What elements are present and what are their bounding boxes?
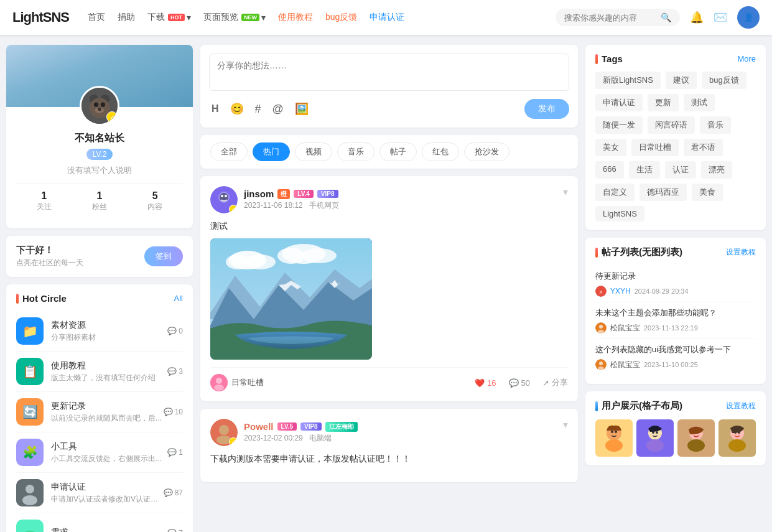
nav-download-label: 下载 (147, 12, 165, 23)
nav-home[interactable]: 首页 (88, 12, 105, 23)
hot-circle-title-text: Hot Circle (22, 293, 67, 304)
nav-tutorial[interactable]: 使用教程 (278, 12, 313, 23)
video-thumb-1: ▶ (210, 238, 372, 360)
comment-button-1[interactable]: 💬 50 (509, 377, 530, 388)
tab-music[interactable]: 音乐 (337, 142, 374, 161)
circle-item-verify[interactable]: 申请认证 申请加V认证或者修改加V认证，... 💬 87 (16, 473, 183, 513)
mention-button[interactable]: @ (270, 101, 286, 117)
posts-list-item-0[interactable]: 待更新记录 X YXYH 2024-09-29 20:34 (595, 266, 756, 302)
circle-item-tutorial[interactable]: 📋 使用教程 版主太懒了，没有填写任何介绍 💬 3 (16, 352, 183, 392)
image-button[interactable]: 🖼️ (292, 101, 311, 117)
profile-banner: ✓ (6, 45, 193, 107)
new-badge: NEW (241, 14, 259, 21)
posts-list-item-1[interactable]: 未来这个主题会添加那些功能呢？ 松鼠宝宝 2023-11-13 22:19 (595, 302, 756, 339)
nav-bug[interactable]: bug反馈 (325, 12, 357, 23)
tag-custom[interactable]: 自定义 (595, 184, 635, 201)
tab-hot[interactable]: 热门 (253, 142, 290, 161)
search-input[interactable] (564, 13, 656, 22)
user-showcase-item-0[interactable] (595, 419, 633, 457)
tag-test[interactable]: 测试 (684, 94, 715, 111)
post-submit-button[interactable]: 发布 (524, 99, 569, 119)
circle-item-tools[interactable]: 🧩 小工具 小工具交流反馈处，右侧展示出... 💬 1 (16, 432, 183, 473)
tag-daily[interactable]: 日常吐槽 (631, 139, 679, 156)
post-video-1[interactable]: ▶ (210, 238, 372, 360)
posts-list-item-2[interactable]: 这个列表隐藏的ui我感觉可以参考一下 松鼠宝宝 2023-11-10 00:25 (595, 339, 756, 375)
tags-more-button[interactable]: More (737, 54, 756, 63)
app-logo[interactable]: LightSNS (12, 9, 69, 26)
bold-button[interactable]: H (209, 102, 221, 116)
post-expand-1[interactable]: ▾ (563, 186, 568, 198)
share-icon-1: ↗ (542, 378, 549, 388)
search-icon[interactable]: 🔍 (661, 12, 671, 22)
posts-list-author-1: 松鼠宝宝 (610, 323, 640, 334)
stat-content[interactable]: 5 内容 (147, 190, 162, 212)
circle-item-needs[interactable]: 需求 💬 7 (16, 513, 183, 532)
nav-donate[interactable]: 捐助 (118, 12, 135, 23)
tag-life[interactable]: 生活 (629, 161, 660, 179)
tag-lightsns[interactable]: LightSNS (595, 206, 644, 222)
comment-icon: 💬 (167, 327, 177, 335)
svg-point-29 (216, 378, 222, 384)
tab-quick[interactable]: 抢沙发 (464, 142, 509, 161)
circle-name-update: 更新记录 (51, 401, 164, 412)
user-avatar-nav[interactable]: 👤 (737, 6, 760, 29)
tag-bug[interactable]: bug反馈 (702, 72, 746, 89)
tab-all[interactable]: 全部 (210, 142, 248, 161)
tag-chatter[interactable]: 闲言碎语 (648, 116, 695, 134)
hot-circle-more[interactable]: All (174, 294, 183, 303)
tab-post[interactable]: 帖子 (379, 142, 417, 161)
stat-fans[interactable]: 1 粉丝 (92, 190, 107, 212)
chevron-down-icon: ▾ (187, 12, 191, 22)
circle-item-update[interactable]: 🔄 更新记录 以前没记录的就随风而去吧，后... 💬 10 (16, 392, 183, 432)
tag-lightsns-new[interactable]: 新版LightSNS (595, 72, 661, 89)
tag-suggest[interactable]: 建议 (666, 72, 697, 89)
tag-verify[interactable]: 认证 (665, 161, 696, 179)
emoji-button[interactable]: 😊 (228, 101, 246, 117)
user-showcase-settings[interactable]: 设置教程 (726, 401, 756, 411)
lv-badge-1: LV.4 (294, 190, 313, 198)
posts-list-settings[interactable]: 设置教程 (726, 247, 756, 258)
user-showcase-item-1[interactable] (636, 419, 674, 457)
user-showcase-item-3[interactable] (719, 419, 756, 457)
chevron-down-icon: ▾ (261, 12, 266, 22)
tag-music[interactable]: 音乐 (700, 116, 731, 134)
like-button-1[interactable]: ❤️ 16 (475, 377, 496, 388)
posts-list-author-2: 松鼠宝宝 (610, 360, 640, 370)
nav-preview[interactable]: 页面预览 NEW ▾ (203, 12, 266, 23)
tag-food[interactable]: 美食 (692, 184, 723, 201)
post-textarea[interactable] (209, 54, 569, 91)
tag-demacia[interactable]: 德玛西亚 (639, 184, 687, 201)
user-showcase-item-2[interactable] (677, 419, 715, 457)
hashtag-button[interactable]: # (253, 101, 264, 117)
tab-redpack[interactable]: 红包 (422, 142, 459, 161)
circle-item-material[interactable]: 📁 素材资源 分享图标素材 💬 0 (16, 311, 183, 352)
tab-video[interactable]: 视频 (295, 142, 332, 161)
comment-icon: 💬 (167, 448, 177, 457)
post-expand-2[interactable]: ▾ (563, 419, 568, 431)
notification-icon[interactable]: 🔔 (690, 11, 704, 24)
tag-jubuyu[interactable]: 君不语 (684, 139, 723, 156)
checkin-desc: 点亮在社区的每一天 (16, 258, 83, 268)
share-button-1[interactable]: ↗ 分享 (542, 377, 568, 388)
tag-update[interactable]: 更新 (648, 94, 679, 111)
stat-follow[interactable]: 1 关注 (37, 190, 52, 212)
post-author-2: ✓ Powell LV.5 VIP8 江左梅郎 2023-12-02 00:29 (210, 419, 358, 446)
search-box[interactable]: 🔍 (556, 9, 680, 26)
nav-download[interactable]: 下载 HOT ▾ (147, 12, 191, 23)
post-author-1: ✓ jinsom 橙 LV.4 VIP8 2023-11-06 18:12 手 (210, 186, 339, 213)
tag-666[interactable]: 666 (595, 161, 624, 179)
circle-count-material: 💬 0 (167, 327, 183, 335)
message-icon[interactable]: ✉️ (714, 11, 727, 24)
circle-count-update: 💬 10 (164, 408, 183, 416)
checkin-button[interactable]: 签到 (144, 246, 183, 266)
tag-beauty[interactable]: 美女 (595, 139, 626, 156)
tag-casual[interactable]: 随便一发 (595, 116, 643, 134)
profile-avatar[interactable]: ✓ (80, 86, 119, 126)
nav-auth[interactable]: 申请认证 (370, 12, 404, 23)
tag-auth[interactable]: 申请认证 (595, 94, 643, 111)
svg-point-44 (611, 431, 613, 433)
circle-icon-verify (16, 479, 44, 506)
circle-icon-needs (16, 520, 44, 532)
tag-pretty[interactable]: 漂亮 (701, 161, 732, 179)
post-content-1: 测试 (210, 221, 568, 360)
